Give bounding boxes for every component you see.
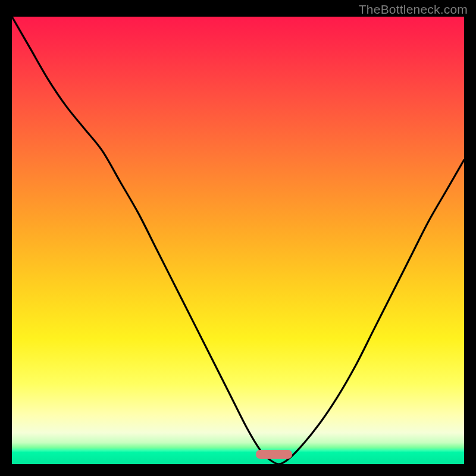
watermark-text: TheBottleneck.com: [359, 2, 468, 17]
minimum-marker: [256, 450, 292, 459]
plot-area: [12, 17, 464, 464]
bottleneck-curve: [12, 17, 464, 464]
chart-frame: TheBottleneck.com: [0, 0, 476, 476]
